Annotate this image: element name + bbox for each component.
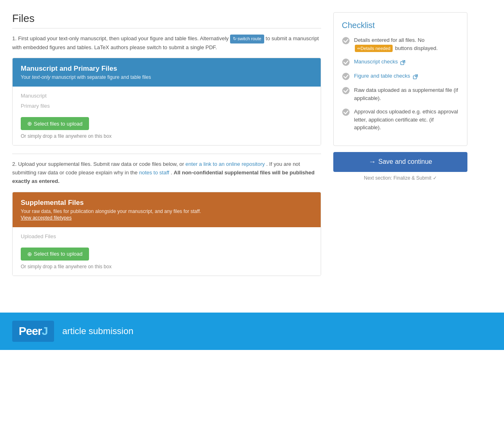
supplemental-section-header: Supplemental Files Your raw data, files … [13, 192, 321, 227]
supplemental-drop-text: Or simply drop a file anywhere on this b… [21, 264, 313, 269]
uploaded-files-label: Uploaded Files [21, 233, 313, 239]
checklist-panel: Checklist Details entered for all files.… [333, 12, 467, 146]
supplemental-section: Supplemental Files Your raw data, files … [12, 192, 321, 276]
manuscript-section-title: Manuscript and Primary Files [21, 65, 313, 73]
external-link-icon-1 [400, 59, 406, 65]
details-needed-badge: Details needed [355, 45, 393, 52]
check-icon-2 [342, 58, 350, 66]
external-link-icon-2 [413, 74, 419, 79]
footer-tagline: article submission [62, 326, 133, 337]
main-content: Files 1. First upload your text-only man… [0, 0, 504, 296]
manuscript-drop-text: Or simply drop a file anywhere on this b… [21, 133, 313, 139]
primary-files-label: Primary files [21, 103, 313, 109]
checklist-item-2: Manuscript checks [342, 58, 459, 66]
manuscript-section: Manuscript and Primary Files Your text-o… [12, 58, 321, 146]
divider [12, 28, 321, 28]
svg-point-4 [342, 73, 350, 80]
right-column: Checklist Details entered for all files.… [333, 12, 467, 284]
checklist-text-4: Raw data uploaded as a supplemental file… [354, 86, 459, 102]
online-repository-link[interactable]: enter a link to an online repository [185, 161, 265, 167]
checklist-item-3: Figure and table checks [342, 72, 459, 80]
page-title: Files [12, 12, 321, 25]
finalize-check-icon: ✓ [433, 175, 437, 181]
checklist-item-5: Approval docs uploaded e.g. ethics appro… [342, 108, 459, 132]
divider-2 [12, 154, 321, 154]
left-column: Files 1. First upload your text-only man… [12, 12, 321, 284]
supplemental-section-subtitle: Your raw data, files for publication alo… [21, 209, 313, 214]
page-wrapper: Files 1. First upload your text-only man… [0, 0, 504, 441]
save-continue-button[interactable]: Save and continue [333, 152, 467, 172]
view-filetypes-link[interactable]: View accepted filetypes [21, 215, 72, 221]
check-icon-3 [342, 72, 350, 80]
checklist-item-1: Details entered for all files. No Detail… [342, 36, 459, 52]
checklist-title: Checklist [342, 21, 459, 30]
logo-j: J [42, 325, 48, 337]
manuscript-section-header: Manuscript and Primary Files Your text-o… [13, 58, 321, 87]
supplemental-upload-button[interactable]: Select files to upload [21, 248, 89, 261]
checklist-text-5: Approval docs uploaded e.g. ethics appro… [354, 108, 459, 132]
figure-table-checks-link[interactable]: Figure and table checks [354, 73, 410, 79]
switch-route-button[interactable]: switch route [230, 35, 264, 43]
manuscript-upload-button[interactable]: Select files to upload [21, 117, 89, 130]
checklist-item-4: Raw data uploaded as a supplemental file… [342, 86, 459, 102]
next-section-text: Next section: Finalize & Submit ✓ [333, 175, 467, 181]
svg-point-1 [342, 59, 350, 66]
check-icon-4 [342, 87, 350, 95]
instruction-text-1: 1. First upload your text-only manuscrip… [12, 35, 321, 52]
manuscript-section-subtitle: Your text-only manuscript with separate … [21, 74, 313, 80]
supplemental-section-title: Supplemental Files [21, 199, 313, 207]
footer: PeerJ article submission [0, 313, 504, 350]
check-icon-1 [342, 37, 350, 45]
logo-box: PeerJ [12, 321, 54, 342]
checklist-text-2: Manuscript checks [354, 58, 406, 66]
svg-point-8 [342, 109, 350, 116]
logo-peer: PeerJ [19, 325, 48, 337]
manuscript-section-body: Manuscript Primary files Select files to… [13, 87, 321, 145]
manuscript-label: Manuscript [21, 93, 313, 99]
notes-to-staff-link[interactable]: notes to staff [139, 169, 169, 176]
supplemental-section-body: Uploaded Files Select files to upload Or… [13, 227, 321, 276]
instruction-text-2: 2. Upload your supplemental files. Submi… [12, 160, 321, 185]
checklist-text-3: Figure and table checks [354, 72, 419, 80]
manuscript-checks-link[interactable]: Manuscript checks [354, 59, 398, 65]
check-icon-5 [342, 108, 350, 116]
svg-point-7 [342, 87, 350, 94]
checklist-text-1: Details entered for all files. No Detail… [354, 36, 459, 52]
svg-point-0 [342, 37, 350, 44]
